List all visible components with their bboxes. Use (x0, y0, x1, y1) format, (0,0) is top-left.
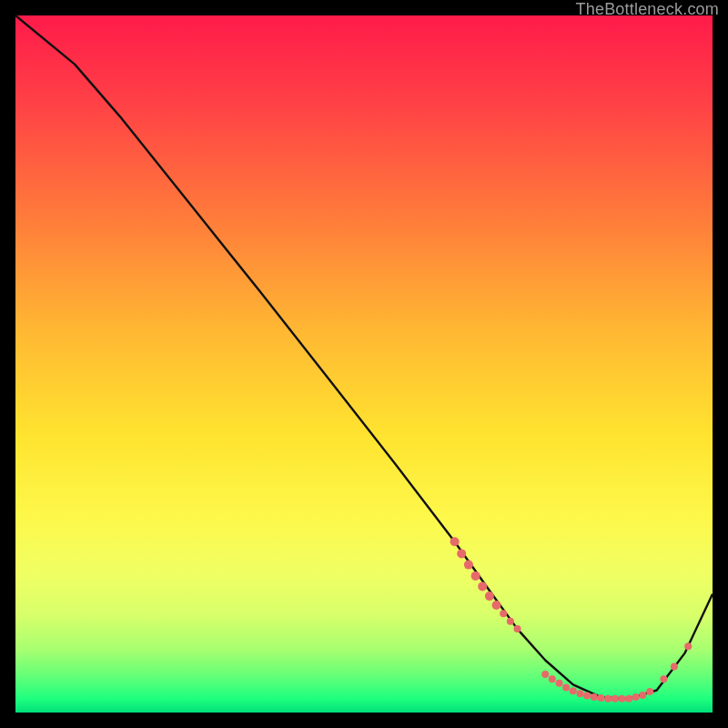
marker-dot (556, 680, 563, 687)
marker-dot (646, 688, 653, 695)
marker-layer (450, 537, 693, 702)
bottleneck-curve (15, 15, 713, 699)
marker-dot (485, 592, 494, 601)
marker-dot (471, 571, 480, 581)
marker-dot (492, 601, 501, 610)
marker-dot (457, 549, 466, 558)
marker-dot (632, 693, 640, 701)
marker-dot (541, 671, 549, 678)
marker-dot (583, 693, 591, 700)
marker-dot (500, 610, 507, 617)
marker-dot (570, 687, 577, 694)
marker-dot (604, 695, 612, 703)
marker-dot (597, 694, 604, 702)
marker-dot (577, 690, 584, 697)
marker-dot (549, 675, 556, 682)
watermark-text: TheBottleneck.com (576, 0, 719, 19)
marker-dot (625, 695, 632, 703)
marker-dot (684, 642, 692, 650)
marker-dot (514, 625, 521, 632)
marker-dot (639, 692, 646, 699)
marker-dot (671, 662, 678, 670)
marker-dot (612, 695, 619, 703)
marker-dot (464, 561, 473, 570)
marker-dot (450, 537, 460, 546)
marker-dot (478, 581, 487, 591)
marker-dot (618, 695, 625, 703)
marker-dot (591, 693, 598, 701)
chart-stage: TheBottleneck.com (0, 0, 728, 728)
marker-dot (507, 618, 514, 625)
marker-dot (660, 675, 667, 682)
curve-layer (15, 15, 713, 699)
marker-dot (562, 683, 570, 691)
chart-overlay-svg (15, 15, 713, 713)
